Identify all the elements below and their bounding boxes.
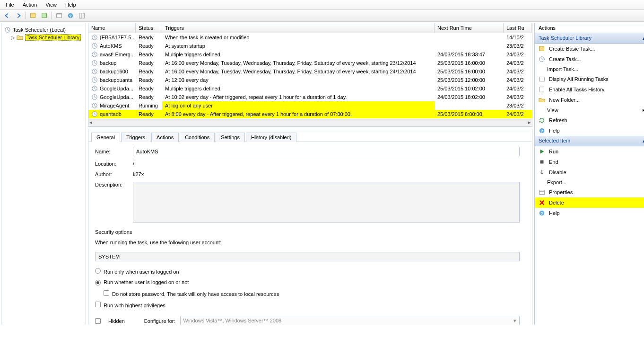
section-library[interactable]: Task Scheduler Library ▴ [535, 33, 644, 44]
table-row[interactable]: GoogleUpda...ReadyMultiple triggers defi… [88, 84, 532, 93]
action-view[interactable]: View ▸ [535, 105, 644, 115]
action-refresh[interactable]: Refresh [535, 115, 644, 125]
cell-next: 25/03/2015 10:02:00 [435, 84, 504, 93]
arrow-left-icon [4, 12, 10, 19]
description-field[interactable] [133, 182, 520, 223]
check-highest-priv[interactable]: Run with highest privileges [95, 302, 520, 308]
pane-toolbar[interactable] [77, 11, 87, 20]
cell-trigger: At 12:00 every day [162, 76, 435, 84]
cell-name: avast! Emerg... [100, 52, 135, 57]
table-row[interactable]: GoogleUpda...ReadyAt 10:02 every day - A… [88, 93, 532, 101]
action-help[interactable]: ? Help [535, 125, 644, 136]
tree-library[interactable]: ▷ Task Scheduler Library [10, 34, 84, 41]
action-create-basic[interactable]: Create Basic Task... [535, 44, 644, 54]
check-hidden[interactable] [95, 318, 101, 324]
cell-next [435, 33, 504, 42]
action-run[interactable]: Run [535, 146, 644, 157]
action-import[interactable]: Import Task... [535, 64, 644, 74]
svg-rect-26 [540, 190, 545, 195]
action-create-task[interactable]: Create Task... [535, 54, 644, 64]
cell-next: 25/03/2015 12:00:00 [435, 76, 504, 84]
author-value: k27x [133, 171, 144, 177]
col-next[interactable]: Next Run Time [435, 23, 504, 33]
menu-action[interactable]: Action [19, 1, 41, 9]
name-label: Name: [95, 149, 129, 154]
history-icon [539, 86, 545, 93]
radio-logged-on[interactable]: Run only when user is logged on [95, 268, 520, 275]
hidden-label: Hidden [108, 318, 125, 324]
table-row[interactable]: AutoKMSReadyAt system startup23/03/2 [88, 42, 532, 50]
actions-panel: Actions Task Scheduler Library ▴ Create … [534, 23, 644, 325]
menu-help[interactable]: Help [61, 1, 80, 9]
task2-icon [41, 12, 48, 19]
table-row[interactable]: backup1600ReadyAt 16:00 every Monday, Tu… [88, 67, 532, 76]
col-triggers[interactable]: Triggers [162, 23, 435, 33]
svg-rect-1 [42, 13, 47, 18]
expand-icon[interactable]: ▷ [11, 35, 15, 41]
chevron-down-icon: ▾ [513, 318, 516, 324]
svg-text:?: ? [69, 14, 71, 18]
create-basic-toolbar[interactable] [28, 11, 38, 20]
tab-settings[interactable]: Settings [216, 133, 245, 142]
arrow-right-icon [15, 12, 22, 19]
action-properties[interactable]: Properties [535, 187, 644, 197]
create-toolbar[interactable] [39, 11, 50, 20]
location-label: Location: [95, 161, 129, 167]
divider [52, 12, 52, 19]
task-rows: {EB5A17F7-5...ReadyWhen the task is crea… [88, 33, 532, 119]
radio-logged-or-not[interactable]: Run whether user is logged on or not [95, 279, 520, 285]
check-no-password[interactable]: Do not store password. The task will onl… [95, 290, 520, 297]
help-toolbar[interactable]: ? [65, 11, 76, 20]
tab-conditions[interactable]: Conditions [180, 133, 215, 142]
horizontal-scrollbar[interactable] [88, 119, 532, 126]
action-new-folder[interactable]: New Folder... [535, 95, 644, 105]
table-row[interactable]: MirageAgentRunningAt log on of any user2… [88, 101, 532, 110]
cell-trigger: Multiple triggers defined [162, 50, 435, 59]
menu-view[interactable]: View [42, 1, 61, 9]
col-name[interactable]: Name [88, 23, 136, 33]
create-task-icon [539, 56, 545, 62]
cell-status: Ready [136, 67, 162, 76]
col-status[interactable]: Status [136, 23, 162, 33]
task-icon [91, 68, 98, 75]
table-row[interactable]: backupReadyAt 16:00 every Monday, Tuesda… [88, 59, 532, 67]
tab-actions[interactable]: Actions [151, 133, 179, 142]
cell-last: 24/03/2 [504, 93, 532, 101]
cell-status: Ready [136, 33, 162, 42]
action-enable-history[interactable]: Enable All Tasks History [535, 84, 644, 95]
table-row[interactable]: avast! Emerg...ReadyMultiple triggers de… [88, 50, 532, 59]
col-last[interactable]: Last Ru [504, 23, 532, 33]
tree-root[interactable]: Task Scheduler (Local) [3, 26, 84, 34]
back-button[interactable] [2, 11, 12, 20]
table-row[interactable]: {EB5A17F7-5...ReadyWhen the task is crea… [88, 33, 532, 42]
action-delete[interactable]: Delete [535, 197, 644, 208]
forward-button[interactable] [13, 11, 24, 20]
action-export[interactable]: Export... [535, 178, 644, 187]
task-details: General Triggers Actions Conditions Sett… [88, 129, 532, 325]
table-row[interactable]: backupquantaReadyAt 12:00 every day25/03… [88, 76, 532, 84]
task-icon [30, 12, 36, 19]
description-label: Description: [95, 182, 129, 187]
tab-history[interactable]: History (disabled) [246, 133, 297, 142]
properties-toolbar[interactable] [54, 11, 64, 20]
tab-triggers[interactable]: Triggers [121, 133, 150, 142]
tab-general[interactable]: General [91, 133, 120, 142]
cell-status: Ready [136, 93, 162, 101]
tree-root-label: Task Scheduler (Local) [13, 27, 66, 33]
action-end[interactable]: End [535, 157, 644, 167]
configure-combo[interactable]: Windows Vista™, Windows Server™ 2008 ▾ [180, 316, 520, 325]
cell-next: 25/03/2015 16:00:00 [435, 67, 504, 76]
section-selected[interactable]: Selected Item ▴ [535, 136, 644, 146]
toolbar: ? [0, 10, 644, 22]
svg-text:?: ? [540, 129, 543, 134]
cell-trigger: At 10:02 every day - After triggered, re… [162, 93, 435, 101]
table-row[interactable]: quantadbReadyAt 8:00 every day - After t… [88, 110, 532, 118]
menu-file[interactable]: File [2, 1, 18, 9]
task-icon [91, 43, 98, 49]
name-field[interactable]: AutoKMS [133, 147, 520, 156]
security-options-title: Security options [95, 229, 520, 235]
action-disable[interactable]: Disable [535, 167, 644, 178]
cell-status: Ready [136, 50, 162, 59]
action-display-running[interactable]: Display All Running Tasks [535, 74, 644, 84]
action-help-2[interactable]: ? Help [535, 208, 644, 218]
